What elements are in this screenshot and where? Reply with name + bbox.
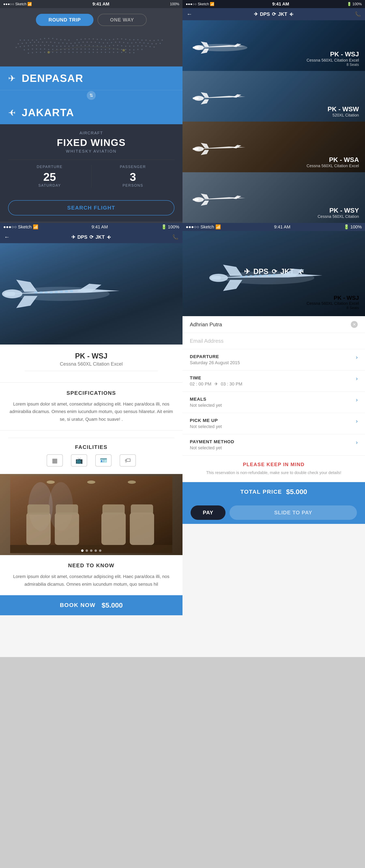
svg-point-43 (50, 41, 51, 43)
svg-point-128 (113, 49, 114, 50)
route-from-2: DPS (260, 11, 270, 17)
pickup-booking-row[interactable]: PICK ME UP Not selected yet › (183, 413, 365, 434)
svg-point-199 (128, 480, 136, 484)
aircraft-info-2: PK - WSA Cessna 560XL Citation Excel (307, 156, 359, 168)
book-bar[interactable]: BOOK NOW $5.000 (0, 595, 183, 615)
svg-point-20 (105, 39, 106, 40)
departure-date: 25 (8, 170, 91, 183)
departure-plane-icon: ✈ (8, 73, 16, 84)
svg-point-132 (129, 49, 130, 51)
svg-point-79 (48, 45, 49, 46)
svg-point-99 (129, 45, 130, 47)
round-trip-button[interactable]: ROUND TRIP (36, 14, 93, 26)
svg-point-98 (125, 45, 126, 47)
need-to-know-section: NEED TO KNOW Lorem ipsum dolor sit amet,… (0, 555, 183, 595)
cabin-dot-4[interactable] (99, 550, 101, 552)
ac-detail-model: Cessna 560XL Citation Excel (8, 361, 174, 367)
payment-booking-row[interactable]: PAYMENT METHOD Not selected yet › (183, 434, 365, 456)
search-flight-button[interactable]: SEARCH FLIGHT (8, 200, 174, 215)
svg-point-68 (151, 43, 153, 44)
aircraft-card-2[interactable]: PK - WSA Cessna 560XL Citation Excel (183, 122, 365, 172)
svg-point-41 (42, 41, 43, 43)
svg-rect-169 (193, 97, 199, 99)
total-label: TOTAL PRICE (240, 489, 282, 495)
svg-point-127 (109, 49, 110, 50)
svg-point-0 (20, 39, 21, 41)
slide-to-pay-button[interactable]: SLIDE TO PAY (230, 505, 357, 520)
time-booking-row[interactable]: TIME 02 : 00 PM ✈ 03 : 30 PM › (183, 370, 365, 392)
route-swap-icon: ⟳ (272, 11, 276, 17)
back-button-3[interactable]: ← (4, 234, 10, 240)
hero-plane-svg (0, 255, 146, 332)
meals-booking-row[interactable]: MEALS Not selected yet › (183, 392, 365, 413)
phone-icon-3[interactable]: 📞 (172, 234, 178, 240)
departure-chevron-icon: › (356, 354, 358, 361)
svg-point-22 (113, 39, 114, 40)
svg-point-110 (40, 49, 41, 50)
clear-name-button[interactable]: ✕ (351, 321, 358, 328)
svg-point-84 (68, 45, 69, 47)
aircraft-card-0[interactable]: PK - WSJ Cessna 560XL Citation Excel 8 S… (183, 20, 365, 71)
svg-point-137 (32, 52, 33, 53)
svg-point-76 (36, 45, 37, 46)
aircraft-card-3[interactable]: PK - WSY Cessna 560XL Citation (183, 172, 365, 223)
svg-point-39 (34, 41, 35, 43)
departure-row[interactable]: ✈ DENPASAR (0, 66, 183, 90)
svg-point-2 (28, 39, 29, 41)
svg-rect-203 (240, 276, 243, 278)
svg-point-150 (85, 52, 86, 53)
passenger-name-field[interactable]: ✕ (183, 316, 365, 333)
passenger-col[interactable]: PASSENGER 3 PERSONS (91, 165, 175, 188)
back-button-2[interactable]: ← (187, 11, 192, 18)
svg-point-24 (121, 38, 122, 39)
svg-point-164 (122, 49, 125, 52)
cabin-dot-3[interactable] (94, 550, 97, 552)
svg-point-1 (24, 39, 25, 41)
hero-aircraft-image (0, 243, 183, 344)
departure-col[interactable]: DEPARTURE 25 SATURDAY (8, 165, 91, 188)
svg-point-32 (153, 40, 155, 41)
cabin-dot-2[interactable] (90, 550, 92, 552)
svg-rect-189 (55, 513, 79, 545)
arrival-row[interactable]: ✈ JAKARTA (0, 101, 183, 124)
svg-point-19 (101, 39, 102, 40)
pay-button[interactable]: PAY (191, 505, 225, 520)
svg-point-37 (26, 42, 27, 43)
phone-icon-2[interactable]: 📞 (355, 11, 361, 17)
svg-point-10 (60, 39, 61, 40)
aircraft-card-1[interactable]: PK - WSW 520XL Citation (183, 71, 365, 122)
svg-rect-196 (10, 545, 172, 553)
signal-icon: ●●●○○ Sketch 📶 (3, 2, 32, 6)
search-btn-container: SEARCH FLIGHT (0, 194, 183, 221)
cabin-dot-0[interactable] (81, 550, 84, 552)
svg-point-145 (64, 52, 65, 53)
email-field[interactable] (183, 333, 365, 349)
battery-icon-2: 🔋 100% (347, 2, 362, 6)
one-way-button[interactable]: ONE WAY (97, 14, 147, 26)
svg-point-119 (77, 49, 78, 50)
svg-point-125 (101, 49, 102, 50)
passenger-name-input[interactable] (190, 321, 351, 328)
plane-svg-1 (187, 82, 255, 111)
specs-title: SPECIFICATIONS (8, 390, 174, 396)
svg-point-72 (20, 46, 21, 47)
aircraft-info-0: PK - WSJ Cessna 560XL Citation Excel 8 S… (307, 51, 359, 67)
svg-rect-209 (268, 274, 271, 276)
svg-point-154 (101, 52, 102, 53)
cabin-dot-1[interactable] (86, 550, 88, 552)
email-input[interactable] (190, 338, 358, 344)
svg-point-30 (145, 39, 147, 41)
svg-point-80 (52, 45, 53, 46)
ac-detail-name: PK - WSJ (8, 352, 174, 360)
specifications-section: SPECIFICATIONS Lorem ipsum dolor sit ame… (0, 383, 183, 430)
svg-rect-204 (245, 275, 248, 277)
departure-booking-row[interactable]: DEPARTURE Saturday 26 August 2015 › (183, 349, 365, 370)
svg-point-8 (52, 38, 53, 39)
departure-booking-label: DEPARTURE (190, 354, 240, 359)
swap-button[interactable]: ⇅ (87, 91, 96, 100)
svg-point-151 (89, 52, 90, 53)
s4-ac-model: Cessna 560XL Citation Excel (307, 301, 359, 306)
svg-point-51 (83, 41, 84, 43)
svg-point-52 (87, 41, 88, 43)
svg-rect-205 (250, 275, 252, 277)
